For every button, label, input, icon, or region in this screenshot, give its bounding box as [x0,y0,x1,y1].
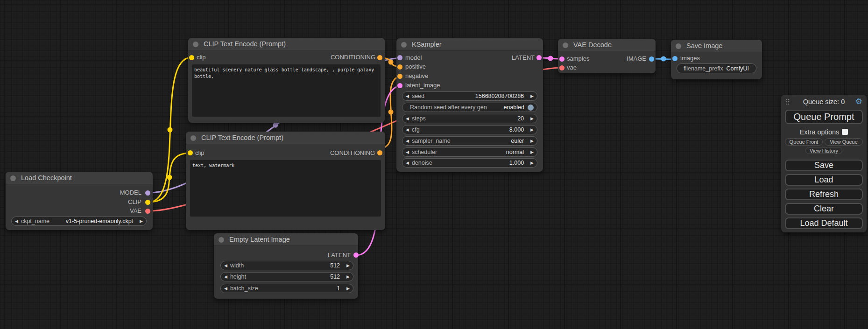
node-title-bar[interactable]: CLIP Text Encode (Prompt) [186,132,385,144]
node-title-bar[interactable]: Empty Latent Image [214,233,358,246]
widget-label: Random seed after every gen [410,104,487,111]
widget-scheduler[interactable]: ◀ scheduler normal ▶ [402,147,537,157]
input-slot-positive[interactable] [397,64,402,70]
input-slot-vae[interactable] [559,65,565,70]
widget-value: 1.000 [509,160,530,166]
widget-cfg[interactable]: ◀ cfg 8.000 ▶ [402,125,537,134]
collapse-dot-icon[interactable] [10,175,16,181]
collapse-dot-icon[interactable] [563,42,568,48]
input-slot-negative[interactable] [397,74,402,79]
input-slot-samples[interactable] [559,56,565,62]
prev-arrow-icon[interactable]: ◀ [224,284,227,293]
toggle-dot-icon[interactable] [528,105,534,111]
input-slot-clip[interactable] [189,55,194,60]
input-slot-clip[interactable] [188,150,193,155]
widget-seed[interactable]: ◀ seed 156680208700286 ▶ [402,91,537,101]
collapse-dot-icon[interactable] [191,135,196,141]
widget-label: seed [412,93,424,99]
next-arrow-icon[interactable]: ▶ [530,147,534,157]
output-slot-clip[interactable] [145,200,150,205]
prev-arrow-icon[interactable]: ◀ [224,272,227,281]
widget-label: filename_prefix [684,65,723,72]
prev-arrow-icon[interactable]: ◀ [406,147,409,157]
output-label-conditioning: CONDITIONING [331,54,375,61]
view-queue-button[interactable]: View Queue [825,138,863,146]
next-arrow-icon[interactable]: ▶ [346,261,350,270]
next-arrow-icon[interactable]: ▶ [530,91,534,101]
node-ksampler[interactable]: KSampler model positive negative latent_… [396,38,543,172]
settings-gear-icon[interactable]: ⚙ [855,97,862,106]
load-default-button[interactable]: Load Default [785,217,863,229]
output-slot-vae[interactable] [145,209,150,214]
widget-sampler-name[interactable]: ◀ sampler_name euler ▶ [402,136,537,146]
prev-arrow-icon[interactable]: ◀ [406,125,409,134]
prompt-text-area[interactable]: beautiful scenery nature glass bottle la… [192,64,381,117]
input-label-negative: negative [405,72,428,80]
output-slot-conditioning[interactable] [377,55,382,60]
output-slot-image[interactable] [649,56,654,62]
widget-denoise[interactable]: ◀ denoise 1.000 ▶ [402,158,537,168]
prev-arrow-icon[interactable]: ◀ [224,261,227,270]
extra-options-checkbox[interactable] [842,129,848,135]
next-arrow-icon[interactable]: ▶ [140,217,143,226]
widget-width[interactable]: ◀ width 512 ▶ [220,261,353,270]
collapse-dot-icon[interactable] [193,42,198,47]
widget-filename-prefix[interactable]: filename_prefix ComfyUI [677,63,756,73]
prev-arrow-icon[interactable]: ◀ [406,158,409,168]
output-label-latent: LATENT [512,54,535,62]
output-slot-latent[interactable] [353,252,359,258]
output-label-conditioning: CONDITIONING [330,149,375,157]
widget-steps[interactable]: ◀ steps 20 ▶ [402,114,537,123]
node-title: Load Checkpoint [21,174,72,182]
output-label-image: IMAGE [627,55,646,63]
node-title-bar[interactable]: Save Image [671,40,762,52]
refresh-button[interactable]: Refresh [785,189,863,200]
next-arrow-icon[interactable]: ▶ [530,114,534,123]
prev-arrow-icon[interactable]: ◀ [406,91,409,101]
node-title-bar[interactable]: KSampler [396,38,543,51]
output-slot-model[interactable] [145,190,150,196]
node-clip-text-encode-positive[interactable]: CLIP Text Encode (Prompt) clip CONDITION… [188,38,385,123]
collapse-dot-icon[interactable] [219,237,224,243]
widget-value: 156680208700286 [475,93,530,99]
node-load-checkpoint[interactable]: Load Checkpoint MODEL CLIP VAE ◀ ckpt_na… [6,172,153,230]
prev-arrow-icon[interactable]: ◀ [406,114,409,123]
widget-batch-size[interactable]: ◀ batch_size 1 ▶ [220,284,353,293]
widget-random-seed[interactable]: Random seed after every gen enabled [402,103,537,112]
input-slot-latent-image[interactable] [397,83,402,88]
widget-value: 512 [330,273,346,280]
queue-front-button[interactable]: Queue Front [785,138,823,146]
next-arrow-icon[interactable]: ▶ [346,272,350,281]
widget-label: ckpt_name [21,218,49,224]
prompt-text-area[interactable]: text, watermark [190,160,381,217]
node-save-image[interactable]: Save Image images filename_prefix ComfyU… [671,40,762,79]
output-slot-latent[interactable] [536,55,542,60]
next-arrow-icon[interactable]: ▶ [530,125,534,134]
queue-prompt-button[interactable]: Queue Prompt [785,110,863,124]
output-slot-conditioning[interactable] [377,150,382,155]
next-arrow-icon[interactable]: ▶ [530,158,534,168]
node-title-bar[interactable]: CLIP Text Encode (Prompt) [188,38,385,50]
node-clip-text-encode-negative[interactable]: CLIP Text Encode (Prompt) clip CONDITION… [186,132,385,230]
collapse-dot-icon[interactable] [401,42,407,48]
next-arrow-icon[interactable]: ▶ [530,136,534,146]
widget-height[interactable]: ◀ height 512 ▶ [220,272,353,281]
prev-arrow-icon[interactable]: ◀ [15,217,18,226]
collapse-dot-icon[interactable] [676,43,681,49]
node-empty-latent-image[interactable]: Empty Latent Image LATENT ◀ width 512 ▶ … [214,233,358,299]
input-slot-model[interactable] [397,55,402,60]
view-history-button[interactable]: View History [805,147,842,154]
load-button[interactable]: Load [785,174,863,186]
prev-arrow-icon[interactable]: ◀ [406,136,409,146]
save-button[interactable]: Save [785,160,863,171]
queue-panel[interactable]: Queue size: 0 ⚙ Queue Prompt Extra optio… [781,95,867,232]
widget-ckpt-name[interactable]: ◀ ckpt_name v1-5-pruned-emaonly.ckpt ▶ [11,217,147,226]
node-title-bar[interactable]: VAE Decode [558,39,656,51]
widget-label: cfg [412,126,420,133]
node-vae-decode[interactable]: VAE Decode samples vae IMAGE [558,39,656,73]
clear-button[interactable]: Clear [785,203,863,215]
graph-canvas[interactable]: Load Checkpoint MODEL CLIP VAE ◀ ckpt_na… [0,0,868,329]
input-slot-images[interactable] [672,56,677,61]
next-arrow-icon[interactable]: ▶ [346,284,350,293]
node-title-bar[interactable]: Load Checkpoint [6,172,153,184]
